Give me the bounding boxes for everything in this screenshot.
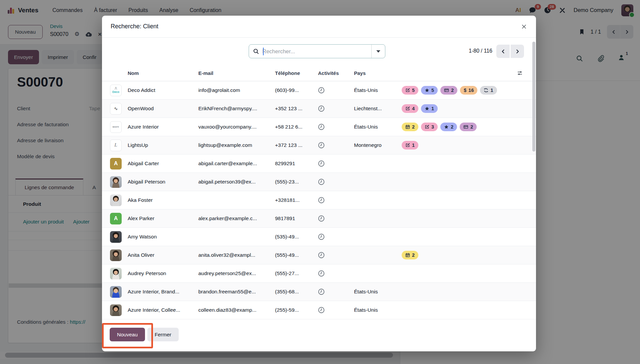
client-email: alex.parker@example.c... (198, 215, 275, 221)
client-row[interactable]: AAlex Parkeralex.parker@example.c...9817… (102, 209, 536, 228)
activity-clock-icon[interactable] (318, 197, 325, 203)
client-row[interactable]: Abigail Petersonabigail.peterson39@ex...… (102, 173, 536, 191)
credit-card-icon (463, 125, 468, 129)
activity-clock-icon[interactable] (318, 307, 325, 313)
stat-badge-refresh[interactable]: 1 (480, 86, 497, 95)
client-row[interactable]: ∿OpenWoodErikNFrench@armyspy....+352 123… (102, 100, 536, 118)
activity-cell (314, 233, 354, 240)
client-row[interactable]: Azure Interior, Collee...colleen.diaz83@… (102, 301, 536, 319)
search-dropdown-toggle[interactable] (371, 45, 385, 58)
client-table-header: NomE-mailTéléphoneActivitésPays (102, 65, 536, 81)
client-row[interactable]: ΛDecoDeco Addictinfo@agrolait.com(603)-9… (102, 81, 536, 100)
client-photo (110, 268, 122, 279)
badge-count: 1 (431, 106, 434, 111)
activity-cell (314, 270, 354, 277)
close-icon (521, 23, 527, 30)
activity-clock-icon[interactable] (318, 87, 325, 94)
edit-icon (425, 125, 429, 129)
column-header-name[interactable]: Nom (128, 70, 198, 76)
activity-clock-icon[interactable] (318, 142, 325, 149)
activity-clock-icon[interactable] (318, 233, 325, 240)
stat-badge-edit[interactable]: 5 (402, 86, 418, 95)
activity-clock-icon[interactable] (318, 270, 325, 277)
stat-badge-star[interactable]: 2 (440, 123, 457, 131)
client-row[interactable]: Amy Watson(535)-49... (102, 228, 536, 246)
client-name: Audrey Peterson (128, 270, 198, 276)
activity-cell (314, 160, 354, 167)
client-row[interactable]: Anita Oliveranita.oliver32@exampl...(555… (102, 246, 536, 264)
badge-count: 2 (412, 124, 415, 130)
badge-count: 1 (490, 88, 493, 93)
star-icon (425, 106, 429, 111)
client-email: abigail.carter@example... (198, 161, 275, 167)
activity-clock-icon[interactable] (318, 179, 325, 185)
star-icon (444, 125, 449, 129)
stat-badge-edit[interactable]: 3 (421, 123, 438, 131)
filter-settings-icon[interactable] (517, 70, 523, 76)
stat-badge-card[interactable]: 2 (460, 123, 477, 131)
stat-badge-calendar[interactable]: 2 (402, 251, 418, 259)
edit-icon (405, 143, 410, 148)
client-phone: 8299291 (275, 161, 314, 167)
column-header-email[interactable]: E-mail (198, 70, 275, 76)
client-badges: 552$161 (402, 86, 536, 95)
stat-badge-star[interactable]: 5 (421, 86, 438, 95)
client-row[interactable]: Audrey Petersonaudrey.peterson25@ex...(5… (102, 264, 536, 283)
client-row[interactable]: AAbigail Carterabigail.carter@example...… (102, 155, 536, 173)
client-email: brandon.freeman55@e... (198, 289, 275, 295)
activity-cell (314, 87, 354, 94)
client-email: ErikNFrench@armyspy.... (198, 106, 275, 112)
activity-cell (314, 142, 354, 149)
badge-count: 2 (412, 252, 415, 258)
activity-clock-icon[interactable] (318, 160, 325, 167)
badge-count: 4 (412, 106, 415, 111)
client-row[interactable]: azureAzure Interiorvauxoo@yourcompany...… (102, 118, 536, 136)
text-cursor (263, 48, 264, 55)
client-email: anita.oliver32@exampl... (198, 252, 275, 258)
client-row[interactable]: Aka Foster+328181... (102, 191, 536, 209)
search-input[interactable] (259, 48, 371, 55)
dialog-vscrollbar-thumb[interactable] (532, 42, 535, 152)
client-avatar: A (110, 158, 122, 170)
stat-badge-card[interactable]: 2 (440, 86, 457, 95)
prev-page-button[interactable] (496, 45, 510, 58)
badge-count: 3 (431, 124, 434, 130)
list-pager-text: 1-80 / 116 (469, 48, 492, 54)
activity-clock-icon[interactable] (318, 105, 325, 112)
client-phone: (535)-49... (275, 234, 314, 240)
activity-clock-icon[interactable] (318, 288, 325, 295)
activity-cell (314, 179, 354, 185)
activity-clock-icon[interactable] (318, 124, 325, 130)
client-badges: 41 (402, 104, 536, 113)
client-country: États-Unis (354, 124, 402, 130)
activity-cell (314, 124, 354, 130)
stat-badge-edit[interactable]: 1 (402, 141, 418, 150)
stat-badge-edit[interactable]: 4 (402, 104, 418, 113)
activity-clock-icon[interactable] (318, 252, 325, 258)
column-header-phone[interactable]: Téléphone (275, 70, 314, 76)
client-photo (110, 249, 122, 261)
client-phone: (603)-99... (275, 87, 314, 93)
client-email: abigail.peterson39@ex... (198, 179, 275, 185)
stat-badge-star[interactable]: 1 (421, 104, 438, 113)
client-phone: (555)-23... (275, 179, 314, 185)
client-country: Liechtenst... (354, 106, 402, 112)
client-badges: 2 (402, 251, 536, 259)
chevron-down-icon (376, 50, 380, 53)
dialog-search-row: 1-80 / 116 (102, 38, 536, 65)
column-header-pays[interactable]: Pays (354, 70, 402, 76)
client-name: OpenWood (128, 106, 198, 112)
client-table: NomE-mailTéléphoneActivitésPays ΛDecoDec… (102, 65, 536, 319)
next-page-button[interactable] (511, 45, 524, 58)
close-button[interactable] (521, 23, 527, 30)
stat-badge-dollar[interactable]: $16 (460, 86, 477, 95)
column-header-act[interactable]: Activités (314, 70, 354, 76)
client-row[interactable]: LLightsUplightsup@example.com+372 123 ..… (102, 136, 536, 155)
activity-clock-icon[interactable] (318, 215, 325, 222)
client-row[interactable]: Azure Interior, Brand...brandon.freeman5… (102, 283, 536, 301)
client-phone: (255)-59... (275, 307, 314, 313)
client-name: Deco Addict (128, 87, 198, 93)
client-name: Anita Oliver (128, 252, 198, 258)
client-country: Montenegro (354, 142, 402, 148)
stat-badge-calendar[interactable]: 2 (402, 123, 418, 131)
